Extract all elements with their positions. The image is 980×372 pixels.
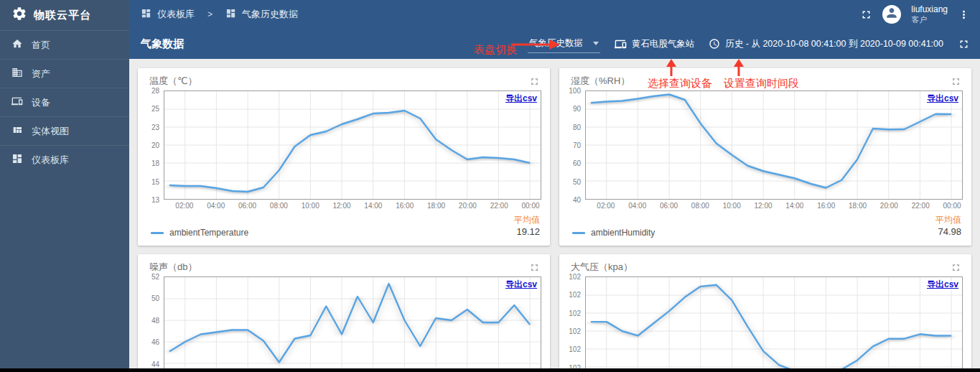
person-icon [885,6,899,23]
timewindow-selector[interactable]: 历史 - 从 2020-10-08 00:41:00 到 2020-10-09 … [709,38,943,50]
aggregate-block: 平均值 74.98 [935,215,961,238]
x-tick-label: 22:00 [490,202,508,210]
gear-logo-icon [11,6,27,24]
x-tick-label: 14:00 [364,202,382,210]
y-tick-label: 40 [573,196,581,204]
y-tick-label: 50 [151,294,159,302]
annotation-arrow-right [511,39,560,50]
sidebar-item-dashboards[interactable]: 仪表板库 [0,145,129,174]
sidebar-item-label: 设备 [32,96,50,109]
card-header: 温度（℃） [144,73,541,90]
domain-icon [11,67,23,80]
devices-icon [11,96,23,109]
legend-series-name: ambientTemperature [169,228,248,238]
annotation-arrow-up-device [666,59,676,76]
series-line-pressure [591,285,951,372]
y-tick-label: 102 [569,345,581,353]
chart-title: 温度（℃） [149,75,197,88]
more-vert-icon[interactable] [958,9,970,21]
logo[interactable]: 物联云平台 [0,0,129,30]
sidebar-item-label: 仪表板库 [32,154,69,167]
plot-area: 导出csv [585,90,963,200]
plot-area: 导出csv [164,90,541,200]
x-tick-label: 16:00 [396,202,414,210]
plot-area: 导出csv [585,276,963,372]
sidebar-item-assets[interactable]: 资产 [0,59,129,88]
user-info[interactable]: liufuxiang 客户 [911,5,948,24]
series-line-ambientTemperature [169,111,530,192]
legend-line-swatch [151,232,164,234]
fullscreen-icon[interactable] [958,38,970,50]
expand-icon[interactable] [529,76,540,87]
sidebar-item-devices[interactable]: 设备 [0,88,129,116]
user-name: liufuxiang [911,5,948,15]
y-tick-label: 60 [573,159,581,167]
card-header: 噪声（db） [144,259,541,276]
expand-icon[interactable] [951,76,961,87]
average-value: 19.12 [514,226,540,238]
breadcrumb-current: 气象历史数据 [242,8,298,21]
y-axis: 525048464442 [144,276,164,372]
avatar[interactable] [882,5,901,24]
sidebar-item-entity-views[interactable]: 实体视图 [0,116,129,145]
legend-item[interactable]: ambientHumidity [572,228,655,238]
x-tick-label: 20:00 [880,202,898,210]
annotation-select-device: 选择查询设备 [648,77,712,90]
chart-card-humidity: 湿度（%RH） 100908070605040 导出csv 02:0004:00… [559,68,971,246]
x-axis: 02:0004:0006:0008:0010:0012:0014:0016:00… [164,200,541,210]
breadcrumb: 仪表板库 > 气象历史数据 [141,8,298,21]
y-axis: 102102102102102102102 [565,276,585,372]
fullscreen-icon[interactable] [860,9,872,21]
x-tick-label: 18:00 [849,202,867,210]
breadcrumb-dashboards[interactable]: 仪表板库 [157,8,195,21]
x-tick-label: 22:00 [912,202,930,210]
y-tick-label: 100 [569,87,581,95]
x-tick-label: 10:00 [302,202,319,210]
export-csv-link[interactable]: 导出csv [505,93,537,105]
annotation-dial-switch: 表盘切换 [474,43,517,57]
export-csv-link[interactable]: 导出csv [927,279,958,291]
y-tick-label: 90 [573,105,581,113]
device-selector[interactable]: 黄石电股气象站 [615,38,695,50]
timewindow-text: 历史 - 从 2020-10-08 00:41:00 到 2020-10-09 … [725,38,943,50]
series-line-noise [169,284,530,363]
export-csv-link[interactable]: 导出csv [505,279,537,291]
y-tick-label: 15 [151,177,159,185]
legend-item[interactable]: ambientTemperature [151,228,248,238]
expand-icon[interactable] [529,262,540,273]
devices-icon [615,38,627,50]
sidebar-menu: 首页 资产 设备 实体视图 仪表板库 [0,30,129,174]
annotation-arrow-up-time [734,59,744,76]
logo-title: 物联云平台 [34,9,91,22]
chart-title: 大气压（kpa） [571,261,633,274]
expand-icon[interactable] [951,262,961,273]
average-label: 平均值 [514,215,540,226]
annotation-set-time: 设置查询时间段 [724,77,799,90]
chart-card-pressure: 大气压（kpa） 102102102102102102102 导出csv 02:… [559,254,971,372]
sidebar-item-home[interactable]: 首页 [0,30,129,59]
y-tick-label: 52 [151,273,159,281]
export-csv-link[interactable]: 导出csv [927,93,958,105]
x-tick-label: 04:00 [207,202,225,210]
top-header: 仪表板库 > 气象历史数据 liufuxiang 客户 [129,0,980,29]
card-footer: ambientHumidity 平均值 74.98 [572,215,961,238]
chart-title: 湿度（%RH） [571,75,630,88]
y-tick-label: 28 [151,87,159,95]
x-tick-label: 20:00 [459,202,477,210]
series-line-ambientHumidity [591,95,951,188]
y-tick-label: 13 [151,196,159,204]
dashboard-content: 温度（℃） 28252320181513 导出csv 02:0004:0006:… [129,59,980,372]
x-tick-label: 02:00 [175,202,193,210]
x-tick-label: 12:00 [333,202,351,210]
x-tick-label: 10:00 [723,202,741,210]
y-tick-label: 80 [573,123,581,131]
legend-series-name: ambientHumidity [591,228,655,238]
x-tick-label: 00:00 [522,202,540,210]
y-tick-label: 102 [569,309,581,317]
dashboard-icon [141,8,151,21]
y-tick-label: 102 [569,273,581,281]
plot-area: 导出csv [164,276,541,372]
chart-card-temperature: 温度（℃） 28252320181513 导出csv 02:0004:0006:… [138,68,550,246]
x-tick-label: 08:00 [270,202,288,210]
y-tick-label: 18 [151,159,159,167]
